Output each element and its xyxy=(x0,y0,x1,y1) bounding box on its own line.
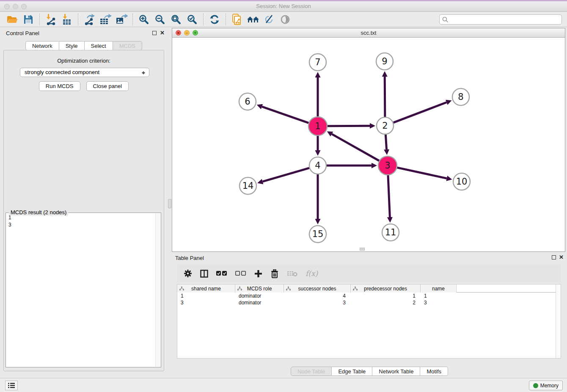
control-panel-title: Control Panel xyxy=(6,30,39,36)
memory-status-icon xyxy=(533,383,538,388)
graph-edge-4-14[interactable] xyxy=(263,168,309,182)
zoom-selected-button[interactable] xyxy=(184,13,200,26)
tab-edge-table[interactable]: Edge Table xyxy=(332,367,372,376)
zoom-out-button[interactable] xyxy=(152,13,168,26)
column-header-shared-name[interactable]: shared name xyxy=(177,284,235,293)
close-window-icon[interactable] xyxy=(4,4,10,9)
open-session-button[interactable] xyxy=(4,13,20,26)
graph-node-label: 9 xyxy=(382,56,387,66)
criterion-select[interactable]: strongly connected component xyxy=(20,68,149,77)
graph-edge-2-3[interactable] xyxy=(385,135,386,149)
close-panel-icon[interactable]: ✕ xyxy=(160,30,165,36)
graph-edge-3-10[interactable] xyxy=(397,168,446,178)
network-window-title: scc.txt xyxy=(172,28,565,37)
zoom-in-button[interactable] xyxy=(136,13,152,26)
zoom-network-icon[interactable]: + xyxy=(193,30,198,36)
zoom-fit-button[interactable] xyxy=(168,13,184,26)
save-session-button[interactable] xyxy=(20,13,36,26)
splitter-handle[interactable] xyxy=(168,199,171,208)
memory-button[interactable]: Memory xyxy=(529,381,563,390)
table-body: 1dominator4113dominator323 xyxy=(177,293,561,306)
graph-node-label: 10 xyxy=(456,177,468,187)
column-header-name[interactable]: name xyxy=(421,284,457,293)
select-all-columns-button[interactable] xyxy=(216,271,227,276)
table-options-button[interactable] xyxy=(184,269,192,278)
control-panel-tabs: NetworkStyleSelectMCDS xyxy=(0,41,168,50)
export-network-button[interactable] xyxy=(81,13,97,26)
clone-network-button[interactable] xyxy=(229,13,245,26)
table-cell[interactable]: dominator xyxy=(235,299,284,306)
home-houses-icon xyxy=(246,14,260,25)
toolbar-search[interactable] xyxy=(439,14,562,25)
table-row[interactable]: 1dominator411 xyxy=(177,293,561,299)
run-mcds-button[interactable]: Run MCDS xyxy=(39,81,80,91)
delete-table-button[interactable] xyxy=(287,270,297,277)
show-graphics-details-button[interactable] xyxy=(277,13,293,26)
export-table-icon xyxy=(99,14,112,25)
network-canvas[interactable]: 7968124314101511 xyxy=(172,38,565,251)
unselect-all-columns-button[interactable] xyxy=(235,271,246,276)
tab-network[interactable]: Network xyxy=(25,41,59,50)
main-toolbar xyxy=(0,12,567,27)
column-header-MCDS-role[interactable]: MCDS role xyxy=(235,284,284,293)
tab-node-table[interactable]: Node Table xyxy=(291,367,332,376)
table-cell[interactable]: 4 xyxy=(284,293,351,299)
first-neighbors-button[interactable] xyxy=(245,13,261,26)
close-panel-button[interactable]: Close panel xyxy=(86,81,129,91)
columns-icon xyxy=(200,270,208,278)
function-builder-button[interactable]: f(x) xyxy=(306,269,318,278)
export-table-button[interactable] xyxy=(97,13,113,26)
refresh-button[interactable] xyxy=(206,13,223,26)
float-panel-icon[interactable] xyxy=(552,255,556,259)
column-header-successor-nodes[interactable]: successor nodes xyxy=(284,284,351,293)
graph-edge-2-8[interactable] xyxy=(394,102,447,123)
tab-style[interactable]: Style xyxy=(59,41,85,50)
table-cell[interactable]: 1 xyxy=(421,293,457,299)
tab-mcds[interactable]: MCDS xyxy=(113,41,142,50)
graph-edge-1-6[interactable] xyxy=(262,107,308,123)
table-cell[interactable]: 3 xyxy=(284,299,351,306)
create-column-button[interactable] xyxy=(254,270,262,278)
tab-motifs[interactable]: Motifs xyxy=(420,367,448,376)
tab-select[interactable]: Select xyxy=(85,41,113,50)
table-cell[interactable]: 3 xyxy=(421,299,457,306)
import-table-button[interactable] xyxy=(59,13,75,26)
save-floppy-icon xyxy=(23,14,33,25)
graph-edge-3-1[interactable] xyxy=(332,134,379,161)
close-panel-icon[interactable]: ✕ xyxy=(559,254,564,260)
network-graph[interactable]: 7968124314101511 xyxy=(172,38,565,251)
graph-edge-3-11[interactable] xyxy=(388,175,390,217)
minimize-network-icon[interactable]: − xyxy=(184,30,190,36)
table-scrollbar[interactable] xyxy=(556,284,561,358)
zoom-window-icon[interactable] xyxy=(21,4,27,9)
graph-edge-1-2[interactable] xyxy=(328,126,370,126)
gear-icon xyxy=(184,269,192,278)
column-header-predecessor-nodes[interactable]: predecessor nodes xyxy=(351,284,421,293)
export-image-icon xyxy=(115,14,128,25)
table-row[interactable]: 3dominator323 xyxy=(177,299,561,306)
table-cell[interactable]: dominator xyxy=(235,293,284,299)
show-column-button[interactable] xyxy=(200,270,208,278)
splitter-handle[interactable] xyxy=(360,248,365,251)
import-network-button[interactable] xyxy=(43,13,59,26)
hide-selected-button[interactable] xyxy=(261,13,277,26)
float-panel-icon[interactable] xyxy=(152,31,157,35)
task-history-button[interactable] xyxy=(5,381,18,390)
table-cell[interactable]: 2 xyxy=(351,299,421,306)
minimize-window-icon[interactable] xyxy=(13,4,18,9)
table-cell[interactable]: 1 xyxy=(177,293,235,299)
search-input[interactable] xyxy=(449,17,559,23)
column-tree-icon xyxy=(237,286,242,292)
delete-columns-button[interactable] xyxy=(270,269,279,278)
table-cell[interactable]: 3 xyxy=(177,299,235,306)
node-table: shared nameMCDS rolesuccessor nodesprede… xyxy=(177,284,561,359)
mcds-result-title: MCDS result (2 nodes) xyxy=(9,209,68,215)
mcds-panel: Optimization criterion: strongly connect… xyxy=(3,50,164,371)
table-cell[interactable]: 1 xyxy=(351,293,421,299)
close-network-icon[interactable]: ✕ xyxy=(176,30,181,36)
export-image-button[interactable] xyxy=(113,13,129,26)
graph-edge-2-9[interactable] xyxy=(385,77,385,117)
network-window-titlebar[interactable]: ✕ − + scc.txt xyxy=(172,28,565,38)
result-scrollbar[interactable] xyxy=(155,213,160,367)
tab-network-table[interactable]: Network Table xyxy=(372,367,420,376)
